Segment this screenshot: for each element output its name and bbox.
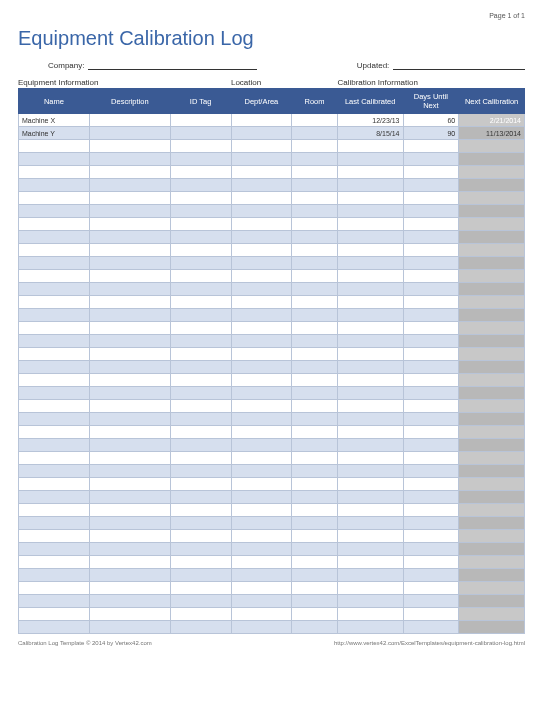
cell-next[interactable] bbox=[459, 582, 525, 595]
cell-next[interactable] bbox=[459, 231, 525, 244]
cell-next[interactable] bbox=[459, 218, 525, 231]
cell-empty[interactable] bbox=[19, 491, 90, 504]
cell-empty[interactable] bbox=[337, 296, 403, 309]
cell-next[interactable] bbox=[459, 283, 525, 296]
cell-empty[interactable] bbox=[170, 608, 231, 621]
cell-empty[interactable] bbox=[292, 452, 338, 465]
cell-empty[interactable] bbox=[403, 309, 459, 322]
cell-empty[interactable] bbox=[403, 504, 459, 517]
cell-empty[interactable] bbox=[19, 374, 90, 387]
cell-empty[interactable] bbox=[231, 270, 292, 283]
cell-empty[interactable] bbox=[292, 530, 338, 543]
cell-idtag[interactable] bbox=[170, 114, 231, 127]
cell-empty[interactable] bbox=[170, 296, 231, 309]
cell-empty[interactable] bbox=[337, 530, 403, 543]
cell-empty[interactable] bbox=[337, 517, 403, 530]
cell-next[interactable] bbox=[459, 595, 525, 608]
cell-empty[interactable] bbox=[170, 283, 231, 296]
cell-empty[interactable] bbox=[292, 582, 338, 595]
cell-empty[interactable] bbox=[231, 322, 292, 335]
cell-empty[interactable] bbox=[231, 504, 292, 517]
cell-empty[interactable] bbox=[89, 205, 170, 218]
cell-empty[interactable] bbox=[231, 595, 292, 608]
cell-empty[interactable] bbox=[19, 543, 90, 556]
cell-empty[interactable] bbox=[403, 543, 459, 556]
cell-empty[interactable] bbox=[89, 439, 170, 452]
cell-empty[interactable] bbox=[19, 283, 90, 296]
cell-empty[interactable] bbox=[337, 322, 403, 335]
cell-empty[interactable] bbox=[337, 283, 403, 296]
cell-empty[interactable] bbox=[19, 452, 90, 465]
cell-empty[interactable] bbox=[403, 387, 459, 400]
cell-empty[interactable] bbox=[19, 361, 90, 374]
cell-empty[interactable] bbox=[19, 621, 90, 634]
cell-empty[interactable] bbox=[292, 374, 338, 387]
cell-empty[interactable] bbox=[170, 556, 231, 569]
cell-empty[interactable] bbox=[292, 348, 338, 361]
cell-empty[interactable] bbox=[170, 257, 231, 270]
cell-empty[interactable] bbox=[292, 140, 338, 153]
cell-empty[interactable] bbox=[292, 595, 338, 608]
cell-desc[interactable] bbox=[89, 114, 170, 127]
cell-empty[interactable] bbox=[337, 140, 403, 153]
cell-empty[interactable] bbox=[89, 335, 170, 348]
cell-empty[interactable] bbox=[231, 582, 292, 595]
cell-empty[interactable] bbox=[89, 595, 170, 608]
cell-empty[interactable] bbox=[89, 218, 170, 231]
cell-last[interactable]: 8/15/14 bbox=[337, 127, 403, 140]
cell-empty[interactable] bbox=[19, 335, 90, 348]
cell-empty[interactable] bbox=[403, 517, 459, 530]
cell-empty[interactable] bbox=[89, 504, 170, 517]
cell-empty[interactable] bbox=[170, 452, 231, 465]
cell-empty[interactable] bbox=[170, 517, 231, 530]
cell-empty[interactable] bbox=[19, 179, 90, 192]
cell-empty[interactable] bbox=[89, 270, 170, 283]
cell-empty[interactable] bbox=[292, 153, 338, 166]
cell-empty[interactable] bbox=[170, 374, 231, 387]
cell-empty[interactable] bbox=[89, 166, 170, 179]
cell-empty[interactable] bbox=[89, 192, 170, 205]
cell-days[interactable]: 60 bbox=[403, 114, 459, 127]
cell-next[interactable] bbox=[459, 556, 525, 569]
cell-empty[interactable] bbox=[231, 309, 292, 322]
cell-empty[interactable] bbox=[19, 244, 90, 257]
cell-empty[interactable] bbox=[337, 192, 403, 205]
cell-empty[interactable] bbox=[231, 374, 292, 387]
cell-next[interactable] bbox=[459, 374, 525, 387]
cell-next[interactable] bbox=[459, 361, 525, 374]
cell-empty[interactable] bbox=[403, 244, 459, 257]
cell-empty[interactable] bbox=[19, 465, 90, 478]
cell-empty[interactable] bbox=[231, 348, 292, 361]
cell-empty[interactable] bbox=[403, 179, 459, 192]
cell-empty[interactable] bbox=[170, 140, 231, 153]
cell-empty[interactable] bbox=[89, 478, 170, 491]
cell-empty[interactable] bbox=[292, 608, 338, 621]
cell-next[interactable] bbox=[459, 140, 525, 153]
cell-room[interactable] bbox=[292, 127, 338, 140]
cell-empty[interactable] bbox=[337, 465, 403, 478]
cell-empty[interactable] bbox=[292, 205, 338, 218]
cell-empty[interactable] bbox=[231, 621, 292, 634]
cell-empty[interactable] bbox=[231, 244, 292, 257]
cell-empty[interactable] bbox=[337, 608, 403, 621]
cell-empty[interactable] bbox=[292, 335, 338, 348]
cell-empty[interactable] bbox=[89, 179, 170, 192]
cell-empty[interactable] bbox=[403, 413, 459, 426]
cell-empty[interactable] bbox=[403, 296, 459, 309]
cell-empty[interactable] bbox=[231, 478, 292, 491]
cell-empty[interactable] bbox=[337, 257, 403, 270]
cell-empty[interactable] bbox=[292, 179, 338, 192]
cell-empty[interactable] bbox=[292, 569, 338, 582]
cell-empty[interactable] bbox=[337, 374, 403, 387]
cell-next[interactable] bbox=[459, 387, 525, 400]
cell-empty[interactable] bbox=[403, 595, 459, 608]
cell-empty[interactable] bbox=[231, 439, 292, 452]
cell-empty[interactable] bbox=[170, 387, 231, 400]
cell-empty[interactable] bbox=[170, 478, 231, 491]
cell-empty[interactable] bbox=[337, 413, 403, 426]
cell-empty[interactable] bbox=[292, 465, 338, 478]
cell-empty[interactable] bbox=[292, 387, 338, 400]
cell-next[interactable] bbox=[459, 348, 525, 361]
cell-empty[interactable] bbox=[231, 140, 292, 153]
cell-empty[interactable] bbox=[337, 595, 403, 608]
